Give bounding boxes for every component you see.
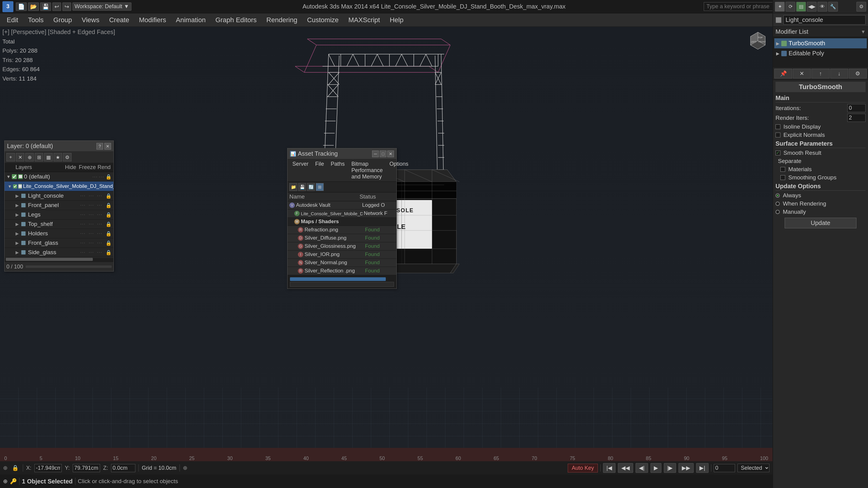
layer-delete-btn[interactable]: ✕ (16, 153, 24, 161)
asset-menu-file[interactable]: File (312, 160, 327, 181)
pin-btn[interactable]: 📌 (774, 69, 792, 78)
play-btn[interactable]: ▶ (650, 463, 661, 473)
layer-new-btn[interactable]: + (6, 153, 15, 161)
rp-settings-btn[interactable]: ⚙ (857, 2, 866, 11)
delete-mod-btn[interactable]: ✕ (793, 69, 811, 78)
ts-smoothing-check[interactable] (780, 175, 785, 180)
menu-graph-editors[interactable]: Graph Editors (211, 15, 261, 25)
ts-explicit-check[interactable] (776, 133, 780, 137)
at-row-ior[interactable]: I Silver_IOR.png Found (287, 251, 396, 259)
asset-menu-bitmap[interactable]: Bitmap Performance and Memory (348, 160, 386, 181)
ts-smooth-check[interactable] (776, 151, 780, 155)
configure-btn[interactable]: ⚙ (849, 69, 867, 78)
z-input[interactable] (111, 464, 135, 472)
layer-select-all-btn[interactable]: ▦ (44, 153, 53, 161)
layer-item-holders[interactable]: ▶ Holders ··· ··· ··· 🔒 (5, 229, 114, 238)
layers-close-btn[interactable]: ✕ (104, 143, 111, 150)
frame-input[interactable] (714, 464, 735, 472)
at-row-glossiness[interactable]: G Silver_Glossiness.png Found (287, 242, 396, 251)
menu-modifiers[interactable]: Modifiers (135, 15, 170, 25)
at-btn3[interactable]: 🔄 (307, 183, 315, 191)
layer-highlight-btn[interactable]: ★ (54, 153, 62, 161)
menu-group[interactable]: Group (49, 15, 76, 25)
view-cube[interactable]: TOP LEFT FRONT (746, 29, 770, 53)
x-input[interactable] (34, 464, 62, 472)
asset-minimize-btn[interactable]: ─ (372, 151, 379, 157)
at-row-refraction[interactable]: R Refraction.png Found (287, 226, 396, 234)
asset-close-btn[interactable]: ✕ (387, 151, 394, 157)
y-input[interactable] (73, 464, 100, 472)
key-start-btn[interactable]: |◀ (603, 463, 616, 473)
modifier-turbosmooth[interactable]: ▶ TurboSmooth (774, 38, 867, 48)
at-btn2[interactable]: 💾 (298, 183, 306, 191)
ts-render-iters-input[interactable] (847, 114, 866, 122)
layers-scroll-thumb[interactable] (6, 258, 93, 261)
layers-help-btn[interactable]: ? (96, 143, 103, 150)
rp-utilities-btn[interactable]: 🔧 (828, 2, 838, 11)
ts-always-radio[interactable] (776, 193, 780, 198)
redo-btn[interactable]: ↪ (62, 2, 71, 11)
menu-customize[interactable]: Customize (303, 15, 343, 25)
new-btn[interactable]: 📄 (16, 2, 27, 11)
layer-item-front-glass[interactable]: ▶ Front_glass ··· ··· ··· 🔒 (5, 238, 114, 248)
key-end-btn[interactable]: ▶| (696, 463, 709, 473)
prev-key-btn[interactable]: ◀| (636, 463, 648, 473)
undo-btn[interactable]: ↩ (52, 2, 61, 11)
move-up-btn[interactable]: ↑ (811, 69, 829, 78)
at-row-file[interactable]: F Lite_Console_Silver_Mobile_DJ_Stand_Bo… (287, 209, 396, 218)
modifier-editable-poly[interactable]: ▶ Editable Poly (774, 48, 867, 58)
save-btn[interactable]: 💾 (40, 2, 51, 11)
at-row-normal[interactable]: N Silver_Normal.png Found (287, 259, 396, 267)
rp-motion-btn[interactable]: ◀▶ (807, 2, 816, 11)
at-row-diffuse[interactable]: D Silver_Diffuse.png Found (287, 234, 396, 242)
open-btn[interactable]: 📂 (28, 2, 39, 11)
layer-add-sel-btn[interactable]: ⊕ (25, 153, 34, 161)
menu-help[interactable]: Help (385, 15, 408, 25)
prev-frame-btn[interactable]: ◀◀ (618, 463, 633, 473)
at-btn1[interactable]: 📁 (289, 183, 297, 191)
object-name-input[interactable] (783, 15, 866, 25)
workspace-btn[interactable]: Workspace: Default ▼ (72, 2, 131, 11)
asset-input-bar[interactable] (290, 282, 394, 287)
ts-update-button[interactable]: Update (785, 218, 857, 228)
menu-tools[interactable]: Tools (24, 15, 48, 25)
rp-create-btn[interactable]: ✦ (775, 2, 785, 11)
layer-select-btn[interactable]: ⊞ (35, 153, 43, 161)
ts-manually-radio[interactable] (776, 210, 780, 214)
menu-rendering[interactable]: Rendering (262, 15, 302, 25)
layer-item-light-console[interactable]: ▶ Light_console ··· ··· ··· 🔒 (5, 191, 114, 201)
menu-maxscript[interactable]: MAXScript (344, 15, 384, 25)
layer-check-lite[interactable] (13, 184, 17, 189)
layer-item-legs[interactable]: ▶ Legs ··· ··· ··· 🔒 (5, 210, 114, 220)
at-row-vault[interactable]: V Autodesk Vault Logged O (287, 201, 396, 209)
ts-materials-check[interactable] (780, 167, 785, 172)
layer-item-default[interactable]: ▼ ⬜ 0 (default) ··· ··· 🔒 (5, 172, 114, 182)
layer-check-default[interactable] (12, 174, 17, 179)
menu-edit[interactable]: Edit (2, 15, 23, 25)
ts-whenrendering-radio[interactable] (776, 202, 780, 206)
at-row-reflection[interactable]: R Silver_Reflection .png Found (287, 267, 396, 275)
ts-iterations-input[interactable] (847, 104, 866, 112)
asset-menu-options[interactable]: Options (386, 160, 411, 181)
selected-dropdown[interactable]: Selected All (738, 464, 769, 472)
layer-item-front-panel[interactable]: ▶ Front_panel ··· ··· ··· 🔒 (5, 201, 114, 210)
asset-menu-server[interactable]: Server (289, 160, 312, 181)
layers-scrollbar[interactable] (5, 258, 114, 262)
next-frame-btn[interactable]: ▶▶ (678, 463, 694, 473)
add-time-tag-btn[interactable]: ⊕ (3, 478, 8, 485)
asset-maximize-btn[interactable]: □ (380, 151, 386, 157)
autokey-btn[interactable]: Auto Key (568, 464, 598, 473)
next-key-btn[interactable]: |▶ (664, 463, 676, 473)
object-color-swatch[interactable] (776, 17, 782, 23)
at-btn4[interactable]: ⊞ (316, 183, 324, 191)
move-down-btn[interactable]: ↓ (830, 69, 848, 78)
menu-animation[interactable]: Animation (172, 15, 210, 25)
layer-settings-btn[interactable]: ⚙ (63, 153, 71, 161)
asset-menu-paths[interactable]: Paths (328, 160, 348, 181)
at-row-maps[interactable]: M Maps / Shaders (287, 218, 396, 226)
rp-hierarchy-btn[interactable]: ▤ (796, 2, 806, 11)
rp-modify-btn[interactable]: ⟳ (785, 2, 795, 11)
menu-create[interactable]: Create (105, 15, 133, 25)
rp-display-btn[interactable]: 👁 (817, 2, 827, 11)
layer-item-side-glass[interactable]: ▶ Side_glass ··· ··· ··· 🔒 (5, 248, 114, 257)
